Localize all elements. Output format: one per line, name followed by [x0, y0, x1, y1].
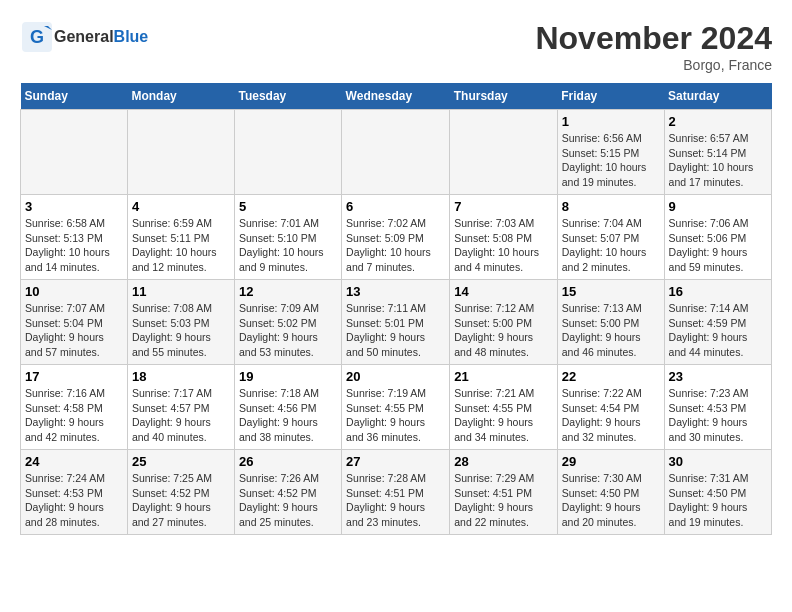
day-info: Sunrise: 7:21 AM Sunset: 4:55 PM Dayligh… [454, 386, 552, 445]
day-info: Sunrise: 7:24 AM Sunset: 4:53 PM Dayligh… [25, 471, 123, 530]
day-info: Sunrise: 6:59 AM Sunset: 5:11 PM Dayligh… [132, 216, 230, 275]
logo: G GeneralBlue [20, 20, 148, 54]
day-number: 7 [454, 199, 552, 214]
calendar-cell: 25Sunrise: 7:25 AM Sunset: 4:52 PM Dayli… [127, 450, 234, 535]
calendar-cell: 8Sunrise: 7:04 AM Sunset: 5:07 PM Daylig… [557, 195, 664, 280]
calendar-cell: 22Sunrise: 7:22 AM Sunset: 4:54 PM Dayli… [557, 365, 664, 450]
calendar-cell: 18Sunrise: 7:17 AM Sunset: 4:57 PM Dayli… [127, 365, 234, 450]
calendar-cell: 11Sunrise: 7:08 AM Sunset: 5:03 PM Dayli… [127, 280, 234, 365]
calendar-cell [234, 110, 341, 195]
day-info: Sunrise: 7:19 AM Sunset: 4:55 PM Dayligh… [346, 386, 445, 445]
day-info: Sunrise: 7:23 AM Sunset: 4:53 PM Dayligh… [669, 386, 767, 445]
day-info: Sunrise: 7:16 AM Sunset: 4:58 PM Dayligh… [25, 386, 123, 445]
day-info: Sunrise: 7:30 AM Sunset: 4:50 PM Dayligh… [562, 471, 660, 530]
day-number: 2 [669, 114, 767, 129]
header-day: Tuesday [234, 83, 341, 110]
logo-icon: G [20, 20, 54, 54]
day-number: 19 [239, 369, 337, 384]
day-info: Sunrise: 7:31 AM Sunset: 4:50 PM Dayligh… [669, 471, 767, 530]
day-number: 11 [132, 284, 230, 299]
logo-text: GeneralBlue [54, 28, 148, 46]
day-info: Sunrise: 6:58 AM Sunset: 5:13 PM Dayligh… [25, 216, 123, 275]
day-info: Sunrise: 7:02 AM Sunset: 5:09 PM Dayligh… [346, 216, 445, 275]
calendar-cell: 28Sunrise: 7:29 AM Sunset: 4:51 PM Dayli… [450, 450, 557, 535]
calendar-cell [450, 110, 557, 195]
calendar-week-row: 24Sunrise: 7:24 AM Sunset: 4:53 PM Dayli… [21, 450, 772, 535]
calendar-cell: 4Sunrise: 6:59 AM Sunset: 5:11 PM Daylig… [127, 195, 234, 280]
day-info: Sunrise: 7:26 AM Sunset: 4:52 PM Dayligh… [239, 471, 337, 530]
day-number: 22 [562, 369, 660, 384]
calendar-cell: 5Sunrise: 7:01 AM Sunset: 5:10 PM Daylig… [234, 195, 341, 280]
calendar-cell: 10Sunrise: 7:07 AM Sunset: 5:04 PM Dayli… [21, 280, 128, 365]
location: Borgo, France [535, 57, 772, 73]
day-number: 10 [25, 284, 123, 299]
calendar-cell: 7Sunrise: 7:03 AM Sunset: 5:08 PM Daylig… [450, 195, 557, 280]
day-info: Sunrise: 6:56 AM Sunset: 5:15 PM Dayligh… [562, 131, 660, 190]
day-number: 16 [669, 284, 767, 299]
day-number: 21 [454, 369, 552, 384]
day-number: 25 [132, 454, 230, 469]
header-day: Thursday [450, 83, 557, 110]
calendar-cell: 20Sunrise: 7:19 AM Sunset: 4:55 PM Dayli… [342, 365, 450, 450]
calendar-cell: 30Sunrise: 7:31 AM Sunset: 4:50 PM Dayli… [664, 450, 771, 535]
day-info: Sunrise: 7:11 AM Sunset: 5:01 PM Dayligh… [346, 301, 445, 360]
day-info: Sunrise: 7:03 AM Sunset: 5:08 PM Dayligh… [454, 216, 552, 275]
day-info: Sunrise: 7:09 AM Sunset: 5:02 PM Dayligh… [239, 301, 337, 360]
day-number: 20 [346, 369, 445, 384]
day-number: 4 [132, 199, 230, 214]
calendar-cell: 2Sunrise: 6:57 AM Sunset: 5:14 PM Daylig… [664, 110, 771, 195]
day-info: Sunrise: 7:28 AM Sunset: 4:51 PM Dayligh… [346, 471, 445, 530]
svg-text:G: G [30, 27, 44, 47]
calendar-cell: 19Sunrise: 7:18 AM Sunset: 4:56 PM Dayli… [234, 365, 341, 450]
day-number: 1 [562, 114, 660, 129]
day-number: 29 [562, 454, 660, 469]
calendar-cell: 24Sunrise: 7:24 AM Sunset: 4:53 PM Dayli… [21, 450, 128, 535]
calendar-week-row: 10Sunrise: 7:07 AM Sunset: 5:04 PM Dayli… [21, 280, 772, 365]
calendar-cell: 17Sunrise: 7:16 AM Sunset: 4:58 PM Dayli… [21, 365, 128, 450]
day-number: 30 [669, 454, 767, 469]
calendar-week-row: 17Sunrise: 7:16 AM Sunset: 4:58 PM Dayli… [21, 365, 772, 450]
calendar-cell: 13Sunrise: 7:11 AM Sunset: 5:01 PM Dayli… [342, 280, 450, 365]
calendar-cell: 1Sunrise: 6:56 AM Sunset: 5:15 PM Daylig… [557, 110, 664, 195]
day-info: Sunrise: 6:57 AM Sunset: 5:14 PM Dayligh… [669, 131, 767, 190]
day-number: 5 [239, 199, 337, 214]
day-info: Sunrise: 7:29 AM Sunset: 4:51 PM Dayligh… [454, 471, 552, 530]
calendar-table: SundayMondayTuesdayWednesdayThursdayFrid… [20, 83, 772, 535]
day-number: 17 [25, 369, 123, 384]
page-header: G GeneralBlue November 2024 Borgo, Franc… [20, 20, 772, 73]
month-title: November 2024 [535, 20, 772, 57]
calendar-cell: 15Sunrise: 7:13 AM Sunset: 5:00 PM Dayli… [557, 280, 664, 365]
day-info: Sunrise: 7:01 AM Sunset: 5:10 PM Dayligh… [239, 216, 337, 275]
day-number: 8 [562, 199, 660, 214]
day-number: 23 [669, 369, 767, 384]
day-info: Sunrise: 7:13 AM Sunset: 5:00 PM Dayligh… [562, 301, 660, 360]
calendar-cell: 29Sunrise: 7:30 AM Sunset: 4:50 PM Dayli… [557, 450, 664, 535]
calendar-cell: 6Sunrise: 7:02 AM Sunset: 5:09 PM Daylig… [342, 195, 450, 280]
day-info: Sunrise: 7:06 AM Sunset: 5:06 PM Dayligh… [669, 216, 767, 275]
calendar-cell [21, 110, 128, 195]
calendar-cell: 16Sunrise: 7:14 AM Sunset: 4:59 PM Dayli… [664, 280, 771, 365]
calendar-cell [342, 110, 450, 195]
calendar-cell: 14Sunrise: 7:12 AM Sunset: 5:00 PM Dayli… [450, 280, 557, 365]
header-day: Monday [127, 83, 234, 110]
day-number: 27 [346, 454, 445, 469]
day-info: Sunrise: 7:04 AM Sunset: 5:07 PM Dayligh… [562, 216, 660, 275]
day-info: Sunrise: 7:22 AM Sunset: 4:54 PM Dayligh… [562, 386, 660, 445]
calendar-cell: 9Sunrise: 7:06 AM Sunset: 5:06 PM Daylig… [664, 195, 771, 280]
day-info: Sunrise: 7:25 AM Sunset: 4:52 PM Dayligh… [132, 471, 230, 530]
day-info: Sunrise: 7:14 AM Sunset: 4:59 PM Dayligh… [669, 301, 767, 360]
day-number: 24 [25, 454, 123, 469]
header-day: Saturday [664, 83, 771, 110]
day-number: 15 [562, 284, 660, 299]
calendar-cell [127, 110, 234, 195]
day-number: 18 [132, 369, 230, 384]
day-info: Sunrise: 7:12 AM Sunset: 5:00 PM Dayligh… [454, 301, 552, 360]
header-row: SundayMondayTuesdayWednesdayThursdayFrid… [21, 83, 772, 110]
day-number: 12 [239, 284, 337, 299]
calendar-cell: 3Sunrise: 6:58 AM Sunset: 5:13 PM Daylig… [21, 195, 128, 280]
day-info: Sunrise: 7:07 AM Sunset: 5:04 PM Dayligh… [25, 301, 123, 360]
day-number: 28 [454, 454, 552, 469]
day-number: 13 [346, 284, 445, 299]
day-number: 14 [454, 284, 552, 299]
day-number: 6 [346, 199, 445, 214]
